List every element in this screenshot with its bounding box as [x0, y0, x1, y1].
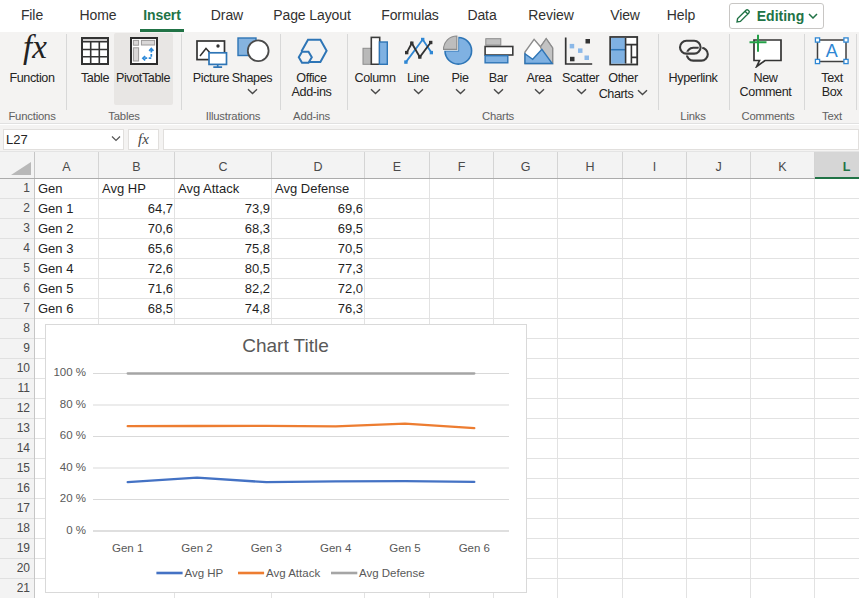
- svg-text:A: A: [826, 41, 838, 61]
- svg-text:Avg Defense: Avg Defense: [359, 567, 425, 579]
- svg-text:0 %: 0 %: [66, 524, 86, 536]
- svg-text:40 %: 40 %: [60, 461, 86, 473]
- svg-text:Gen 2: Gen 2: [181, 542, 212, 554]
- svg-text:100 %: 100 %: [53, 366, 86, 378]
- svg-text:Avg Attack: Avg Attack: [266, 567, 320, 579]
- svg-text:80 %: 80 %: [60, 398, 86, 410]
- svg-text:Chart Title: Chart Title: [242, 335, 329, 356]
- svg-text:Avg HP: Avg HP: [185, 567, 224, 579]
- svg-text:60 %: 60 %: [60, 429, 86, 441]
- svg-text:Gen 4: Gen 4: [320, 542, 352, 554]
- svg-text:Gen 1: Gen 1: [112, 542, 143, 554]
- svg-text:20 %: 20 %: [60, 492, 86, 504]
- svg-text:Gen 5: Gen 5: [389, 542, 420, 554]
- svg-text:Gen 6: Gen 6: [459, 542, 490, 554]
- svg-text:Gen 3: Gen 3: [251, 542, 282, 554]
